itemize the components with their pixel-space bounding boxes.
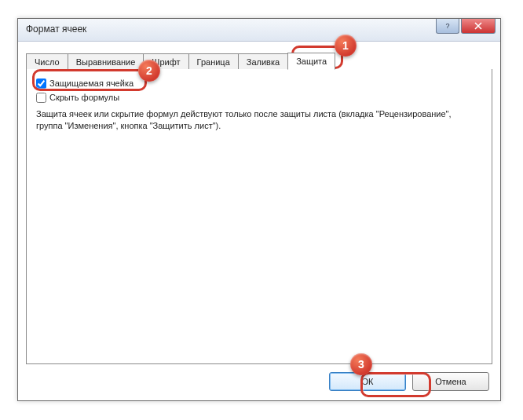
titlebar: Формат ячеек ?: [18, 19, 500, 42]
tab-font[interactable]: Шрифт: [143, 53, 188, 70]
tabstrip: Число Выравнивание Шрифт Граница Заливка…: [26, 52, 492, 70]
help-button[interactable]: ?: [436, 19, 459, 34]
protected-cell-checkbox[interactable]: [36, 79, 46, 89]
hide-formulas-checkbox[interactable]: [36, 93, 46, 103]
protected-cell-label[interactable]: Защищаемая ячейка: [49, 79, 133, 88]
hide-formulas-label[interactable]: Скрыть формулы: [49, 93, 119, 102]
cancel-button[interactable]: Отмена: [412, 372, 489, 391]
close-button[interactable]: [461, 19, 496, 34]
tab-fill[interactable]: Заливка: [238, 53, 288, 70]
protected-cell-row: Защищаемая ячейка: [36, 77, 482, 89]
close-icon: [474, 22, 482, 30]
tab-number[interactable]: Число: [26, 53, 68, 70]
format-cells-dialog: Формат ячеек ? Число Выравнивание Шрифт …: [17, 18, 501, 401]
hide-formulas-row: Скрыть формулы: [36, 91, 482, 104]
question-icon: ?: [445, 22, 449, 30]
tab-alignment[interactable]: Выравнивание: [68, 53, 144, 70]
tab-protection[interactable]: Защита: [287, 53, 335, 70]
ok-button[interactable]: ОК: [329, 372, 406, 391]
window-buttons: ?: [436, 19, 496, 34]
tab-content: Защищаемая ячейка Скрыть формулы Защита …: [26, 69, 492, 364]
protection-description: Защита ячеек или скрытие формул действую…: [36, 108, 476, 132]
dialog-buttons: ОК Отмена: [329, 372, 489, 391]
window-title: Формат ячеек: [26, 24, 86, 35]
tab-border[interactable]: Граница: [188, 53, 239, 70]
